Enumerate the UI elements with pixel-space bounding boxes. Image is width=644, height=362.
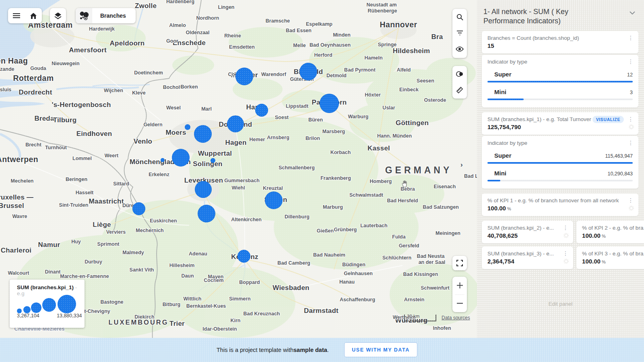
panel-collapse-button[interactable] [630,11,635,14]
branch-bubble[interactable] [320,94,339,113]
map-city-label: Melle [293,43,305,48]
branch-bubble[interactable] [235,68,253,85]
filter-button[interactable] [452,25,467,41]
map-city-label: Seesen [417,78,434,84]
basemap-button[interactable] [452,66,467,82]
category-row[interactable]: Mini10,290,843 [487,170,633,181]
branch-bubble[interactable] [132,202,145,215]
kpi-widget: SUM (branches.kpi_3) - e...2,364,754⋮ [482,247,573,269]
map-city-label: Diekirch [134,314,154,320]
map-city-label: Daun [181,273,194,279]
branch-bubble[interactable] [172,149,190,167]
gear-icon [564,233,569,238]
app-root: AmsterdamHannoverRotterdamAntwerpenen Ha… [0,0,644,362]
map-city-label: Emsdetten [229,44,255,50]
map-city-label: Breda [34,115,54,123]
map-city-label: Gummersbach [224,178,260,183]
zoom-in-button[interactable] [452,277,467,294]
map-city-label: Uslar [382,105,395,111]
layer-chip-label: Branches [92,8,136,23]
branch-bubble[interactable] [227,115,244,132]
map-city-label: Gießen [317,228,334,234]
layers-button[interactable] [50,8,66,23]
zoom-out-button[interactable] [452,295,467,313]
branch-bubble[interactable] [185,124,190,130]
panel-title: 1- All network - SUM ( Key Performance I… [483,7,609,26]
widget-menu-button[interactable]: ⋮ [563,251,568,256]
map-city-label: Inhofen [433,325,451,331]
map-city-label: Grünberg [334,227,357,232]
map-city-label: Dillenburg [285,214,310,220]
menu-button[interactable] [8,8,25,23]
branch-bubble[interactable] [255,104,268,117]
map-city-label: Goor [166,38,178,44]
widget-value: 100.00% [582,232,644,239]
map-city-label: tsluis [0,87,11,93]
branch-bubble[interactable] [194,125,212,143]
home-icon [30,12,37,19]
data-sources-link[interactable]: Data sources [442,315,470,321]
widget-menu-button[interactable]: ⋮ [628,116,634,122]
map-city-label: Namur [38,241,60,249]
map-city-label: Liège [93,221,111,229]
map-city-label: Tilburg [53,116,77,124]
map-city-label: Verviers [106,229,126,235]
widget-label: SUM (branches.kpi_3) - e... [487,251,554,257]
widget-menu-button[interactable]: ⋮ [628,35,634,41]
map-city-label: Bocholt [163,84,182,90]
layer-chip-branches[interactable]: Branches [76,8,136,23]
panel-collapse-chevron[interactable]: › [460,161,463,169]
widget-menu-button[interactable]: ⋮ [628,59,634,64]
map-city-label: Frankenberg [320,175,351,181]
widget-unit: % [602,234,606,239]
visibility-button[interactable] [452,41,467,57]
map-city-label: Hameln [364,55,382,61]
category-row[interactable]: Mini3 [487,88,633,100]
mouse-cursor-hand [400,180,409,188]
widget-menu-button[interactable]: ⋮ [628,197,634,203]
map-city-label: Hann. Münden [377,133,412,139]
category-row[interactable]: Super12 [487,71,633,82]
map-city-label: Schwalmstadt [349,192,383,198]
gear-icon [564,259,569,264]
branch-bubble[interactable] [198,205,215,222]
branch-bubble[interactable] [161,158,165,162]
branch-bubble[interactable] [211,158,215,163]
map-city-label: Wijchen [104,88,123,93]
map-city-label: Geldern [143,122,162,128]
map-city-label: Walcourt [8,270,29,276]
branch-bubble[interactable] [265,191,283,209]
category-row[interactable]: Super115,463,947 [487,152,633,164]
measure-button[interactable] [452,82,467,98]
map-city-label: nzande [0,66,14,72]
map-tools-rail-bottom [452,66,467,99]
use-with-my-data-button[interactable]: USE WITH MY DATA [344,342,417,357]
map-city-label: Mayen [208,274,224,280]
layers-icon [54,12,62,19]
map-city-label: Antwerpen [0,155,38,164]
category-row-head: Mini10,290,843 [487,170,633,177]
category-bar-fill [487,180,500,181]
map-city-label: Schweinfurt [421,285,450,291]
widget-list: Branches = Count (branches.shop_id)15⋮In… [477,31,644,269]
branch-bubble[interactable] [299,63,317,80]
scale-label: 30 km [407,314,419,319]
map-city-label: Harderwijk [89,26,115,32]
home-button[interactable] [25,8,42,23]
fullscreen-button[interactable] [452,256,467,270]
edit-panel-label: Edit panel [477,301,644,307]
branch-bubble[interactable] [237,250,250,263]
branch-bubble[interactable] [195,181,212,198]
widget-menu-button[interactable]: ⋮ [628,140,634,146]
search-button[interactable] [452,9,467,25]
map-city-label: Kleve [132,90,145,96]
visualize-badge[interactable]: VISUALIZE [592,116,624,123]
map-city-label: Warendorf [261,72,286,77]
map-city-label: Boppard [239,280,260,285]
map-city-label: Bad Laasphe [464,173,477,179]
gear-icon [629,124,634,130]
widget-menu-button[interactable]: ⋮ [563,225,568,230]
search-icon [456,14,463,21]
map-city-label: Einbeck [399,87,419,93]
map-city-label: Soest [275,115,289,120]
